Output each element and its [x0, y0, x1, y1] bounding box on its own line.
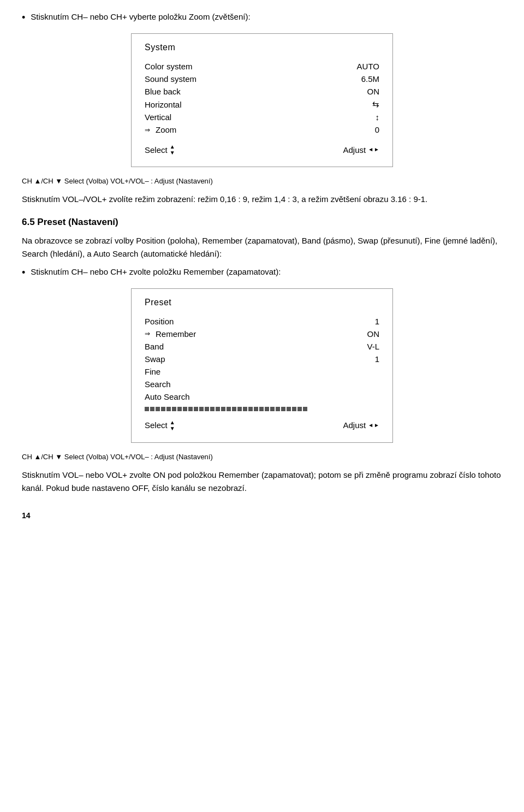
cursor-icon: ⇒ [145, 126, 150, 134]
menu-row-left: Vertical [145, 112, 171, 122]
adjust-arrows-icon: ◄ ► [368, 147, 379, 152]
menu-row-vertical: Vertical ↕ [145, 111, 379, 123]
progress-segment [276, 407, 280, 411]
select-text: Select [145, 145, 168, 155]
progress-segment [303, 407, 307, 411]
progress-segment [297, 407, 302, 411]
menu-row-left: ⇒ Zoom [145, 125, 176, 134]
progress-segment [243, 407, 247, 411]
progress-segment [205, 407, 209, 411]
sound-system-value: 6.5M [361, 74, 379, 84]
body-text-2: Stisknutím VOL– nebo VOL+ zvolte ON pod … [22, 469, 502, 495]
vertical-value: ↕ [376, 112, 380, 122]
menu-row-zoom: ⇒ Zoom 0 [145, 123, 379, 136]
page-content: • Stisknutím CH– nebo CH+ vyberte položk… [22, 11, 502, 520]
bullet-icon-2: • [22, 267, 25, 278]
menu-row-left: Auto Search [145, 392, 190, 401]
menu-row-fine: Fine [145, 365, 379, 378]
progress-segment [227, 407, 231, 411]
menu-row-left: Swap [145, 354, 165, 364]
progress-segment [216, 407, 220, 411]
menu-row-band: Band V-L [145, 340, 379, 353]
adjust-text-2: Adjust [343, 420, 366, 430]
menu-row-left: Color system [145, 62, 193, 71]
progress-segment [259, 407, 264, 411]
progress-segment [156, 407, 160, 411]
remember-label: Remember [156, 329, 196, 339]
menu-row-left: Band [145, 342, 164, 351]
progress-segment [166, 407, 171, 411]
progress-segment [281, 407, 285, 411]
menu-row-remember: ⇒ Remember ON [145, 328, 379, 340]
color-system-value: AUTO [357, 62, 379, 71]
progress-segment [210, 407, 215, 411]
remember-value: ON [367, 329, 380, 339]
body-text-1: Stisknutím VOL–/VOL+ zvolíte režim zobra… [22, 193, 502, 206]
vertical-label: Vertical [145, 112, 171, 122]
menu-row-blue-back: Blue back ON [145, 85, 379, 98]
progress-segment [265, 407, 269, 411]
zoom-label: Zoom [156, 125, 176, 134]
system-menu-title: System [145, 43, 379, 52]
search-label: Search [145, 380, 171, 389]
menu-row-horizontal: Horizontal ⇆ [145, 98, 379, 111]
progress-segment [287, 407, 291, 411]
progress-segment [292, 407, 296, 411]
progress-segment [188, 407, 193, 411]
adjust-label-2: Adjust ◄ ► [343, 420, 379, 430]
select-label-2: Select ▲ ▼ [145, 419, 175, 431]
progress-segment [145, 407, 149, 411]
progress-segment [270, 407, 275, 411]
ch-note-2: CH ▲/CH ▼ Select (Volba) VOL+/VOL– : Adj… [22, 453, 502, 461]
progress-segment [254, 407, 258, 411]
select-text-2: Select [145, 420, 168, 430]
progress-segment [161, 407, 165, 411]
progress-segment [237, 407, 242, 411]
menu-row-left: Search [145, 380, 171, 389]
progress-segments [145, 407, 307, 411]
menu-row-color-system: Color system AUTO [145, 60, 379, 73]
horizontal-value: ⇆ [372, 99, 379, 109]
bullet-icon: • [22, 12, 25, 23]
progress-segment [221, 407, 225, 411]
select-label: Select ▲ ▼ [145, 144, 175, 156]
menu-row-left: Horizontal [145, 100, 182, 109]
progress-bar-container [145, 406, 379, 412]
section-number: 6.5 Preset (Nastavení) [22, 217, 118, 227]
preset-bullet: • Stisknutím CH– nebo CH+ zvolte položku… [22, 266, 502, 278]
preset-bullet-text: Stisknutím CH– nebo CH+ zvolte položku R… [31, 266, 281, 278]
progress-segment [177, 407, 182, 411]
menu-row-sound-system: Sound system 6.5M [145, 73, 379, 85]
position-value: 1 [375, 317, 379, 326]
preset-menu-box: Preset Position 1 ⇒ Remember ON Band V-L… [131, 288, 393, 443]
progress-segment [183, 407, 187, 411]
menu-row-search: Search [145, 378, 379, 390]
swap-value: 1 [375, 354, 379, 364]
cursor-icon-2: ⇒ [145, 330, 150, 337]
menu-row-auto-search: Auto Search [145, 390, 379, 403]
ch-note-1: CH ▲/CH ▼ Select (Volba) VOL+/VOL– : Adj… [22, 177, 502, 185]
progress-segment [194, 407, 198, 411]
menu-row-left: Position [145, 317, 174, 326]
band-value: V-L [367, 342, 379, 351]
page-number: 14 [22, 511, 502, 520]
blue-back-value: ON [367, 87, 380, 96]
menu-row-left: ⇒ Remember [145, 329, 196, 339]
band-label: Band [145, 342, 164, 351]
preset-menu-footer: Select ▲ ▼ Adjust ◄ ► [145, 419, 379, 431]
progress-segment [248, 407, 253, 411]
preset-menu-title: Preset [145, 298, 379, 307]
sound-system-label: Sound system [145, 74, 196, 84]
progress-bar [145, 406, 379, 412]
intro-bullet-text: Stisknutím CH– nebo CH+ vyberte položku … [31, 11, 250, 23]
system-menu-footer: Select ▲ ▼ Adjust ◄ ► [145, 144, 379, 156]
blue-back-label: Blue back [145, 87, 181, 96]
auto-search-label: Auto Search [145, 392, 190, 401]
system-menu-box: System Color system AUTO Sound system 6.… [131, 33, 393, 167]
intro-bullet: • Stisknutím CH– nebo CH+ vyberte položk… [22, 11, 502, 23]
menu-row-swap: Swap 1 [145, 353, 379, 365]
menu-row-left: Sound system [145, 74, 196, 84]
fine-label: Fine [145, 367, 160, 376]
select-arrows-icon-2: ▲ ▼ [170, 419, 175, 431]
adjust-arrows-icon-2: ◄ ► [368, 423, 379, 428]
